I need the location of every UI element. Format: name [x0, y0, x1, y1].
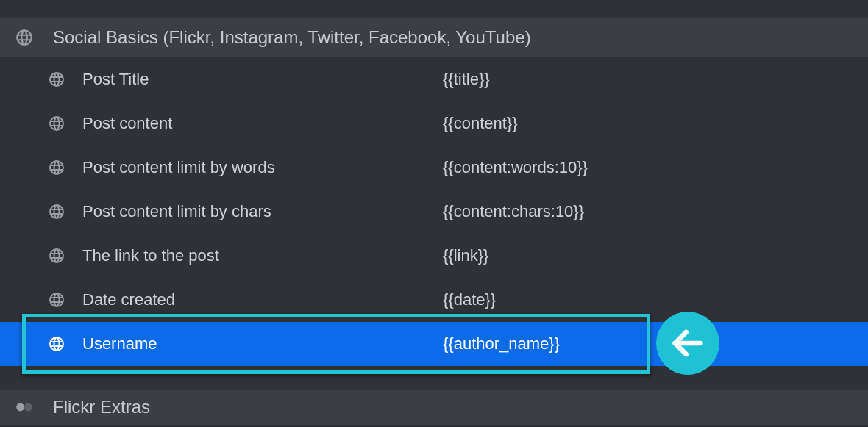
- row-post-content-words[interactable]: Post content limit by words {{content:wo…: [0, 146, 868, 190]
- row-value: {{link}}: [443, 246, 488, 265]
- row-label: Post content limit by chars: [82, 202, 443, 221]
- row-label: Username: [82, 334, 443, 354]
- section-title: Flickr Extras: [53, 397, 150, 417]
- row-value: {{content}}: [443, 114, 518, 133]
- row-post-content-chars[interactable]: Post content limit by chars {{content:ch…: [0, 190, 868, 234]
- globe-icon: [15, 28, 34, 47]
- section-header-social-basics[interactable]: Social Basics (Flickr, Instagram, Twitte…: [0, 18, 868, 57]
- row-value: {{date}}: [443, 290, 496, 309]
- row-label: Post Title: [82, 70, 443, 89]
- globe-icon: [44, 115, 69, 132]
- globe-icon: [44, 71, 69, 88]
- template-rows: Post Title {{title}} Post content {{cont…: [0, 57, 868, 366]
- section-title: Social Basics (Flickr, Instagram, Twitte…: [53, 27, 531, 48]
- flickr-icon: [15, 398, 34, 417]
- svg-point-1: [16, 403, 24, 412]
- row-value: {{content:words:10}}: [443, 158, 588, 177]
- row-value: {{title}}: [443, 70, 490, 89]
- row-label: Post content: [82, 114, 443, 133]
- template-picker-panel: Social Basics (Flickr, Instagram, Twitte…: [0, 0, 868, 427]
- row-post-content[interactable]: Post content {{content}}: [0, 101, 868, 146]
- row-date-created[interactable]: Date created {{date}}: [0, 278, 868, 322]
- globe-icon: [44, 203, 69, 220]
- section-gap: [0, 366, 868, 390]
- row-link[interactable]: The link to the post {{link}}: [0, 234, 868, 278]
- top-strip: [0, 0, 868, 18]
- svg-point-2: [24, 403, 32, 412]
- row-value: {{content:chars:10}}: [443, 202, 584, 221]
- row-post-title[interactable]: Post Title {{title}}: [0, 57, 868, 101]
- globe-icon: [44, 291, 69, 309]
- globe-icon: [44, 159, 69, 176]
- globe-icon: [44, 247, 69, 265]
- row-label: Post content limit by words: [82, 158, 443, 177]
- row-value: {{author_name}}: [443, 334, 560, 354]
- globe-icon: [44, 335, 69, 353]
- row-username[interactable]: Username {{author_name}}: [0, 322, 868, 366]
- section-header-flickr-extras[interactable]: Flickr Extras: [0, 390, 868, 425]
- row-label: Date created: [82, 290, 443, 309]
- row-label: The link to the post: [82, 246, 443, 265]
